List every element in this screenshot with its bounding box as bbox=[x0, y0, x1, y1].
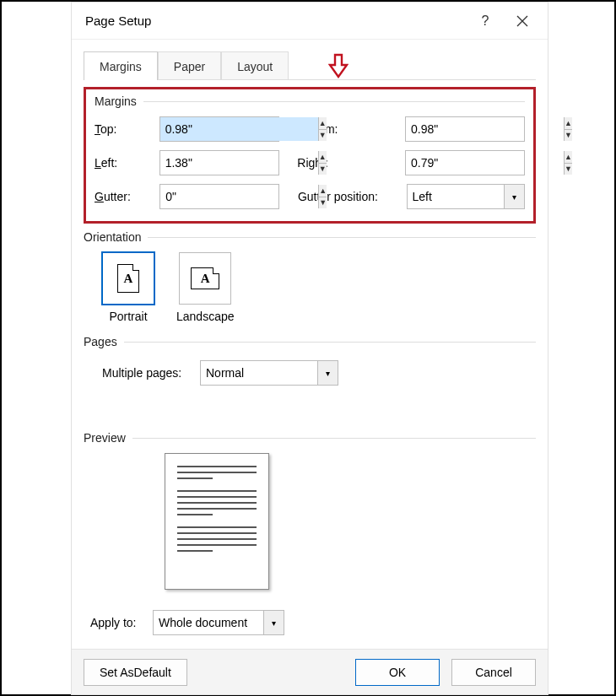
close-icon bbox=[516, 15, 528, 27]
gutter-label: Gutter: bbox=[95, 190, 159, 203]
page-setup-dialog: Page Setup ? Margins Paper Layout Margin… bbox=[71, 2, 548, 695]
tab-paper[interactable]: Paper bbox=[158, 51, 221, 80]
portrait-icon: A bbox=[102, 252, 154, 305]
tab-margins[interactable]: Margins bbox=[84, 51, 158, 80]
apply-to-value: Whole document bbox=[154, 616, 263, 629]
left-spinner[interactable]: ▲▼ bbox=[159, 150, 279, 175]
gutter-spinner[interactable]: ▲▼ bbox=[159, 184, 279, 209]
left-input[interactable] bbox=[160, 151, 318, 175]
spin-up-icon[interactable]: ▲ bbox=[319, 185, 327, 197]
tab-layout[interactable]: Layout bbox=[221, 51, 289, 80]
ok-button[interactable]: OK bbox=[355, 659, 440, 686]
top-label: Top: bbox=[95, 122, 159, 136]
multiple-pages-select[interactable]: Normal ▾ bbox=[200, 360, 338, 386]
top-input[interactable] bbox=[160, 117, 318, 141]
right-spinner[interactable]: ▲▼ bbox=[405, 150, 525, 175]
dialog-title: Page Setup bbox=[85, 13, 151, 28]
spin-up-icon[interactable]: ▲ bbox=[319, 117, 327, 130]
chevron-down-icon[interactable]: ▾ bbox=[504, 185, 524, 208]
tabs: Margins Paper Layout bbox=[84, 50, 536, 80]
spin-down-icon[interactable]: ▼ bbox=[319, 130, 327, 142]
spin-down-icon[interactable]: ▼ bbox=[319, 197, 327, 209]
annotation-arrow-icon bbox=[328, 53, 349, 81]
preview-group-title: Preview bbox=[84, 431, 126, 445]
close-button[interactable] bbox=[504, 3, 541, 40]
titlebar: Page Setup ? bbox=[72, 3, 548, 40]
top-spinner[interactable]: ▲▼ bbox=[159, 116, 279, 142]
preview-page-icon bbox=[165, 453, 269, 590]
apply-to-select[interactable]: Whole document ▾ bbox=[153, 610, 284, 635]
margins-group-title: Margins bbox=[95, 94, 137, 108]
dialog-footer: Set As Default OK Cancel bbox=[72, 649, 548, 694]
orientation-portrait[interactable]: A Portrait bbox=[102, 252, 154, 323]
spin-up-icon[interactable]: ▲ bbox=[565, 117, 572, 130]
spin-down-icon[interactable]: ▼ bbox=[565, 164, 572, 175]
spin-down-icon[interactable]: ▼ bbox=[565, 130, 572, 142]
orientation-landscape[interactable]: A Landscape bbox=[176, 252, 235, 323]
bottom-spinner[interactable]: ▲▼ bbox=[405, 116, 525, 142]
bottom-input[interactable] bbox=[406, 117, 564, 141]
chevron-down-icon[interactable]: ▾ bbox=[263, 611, 284, 634]
spin-down-icon[interactable]: ▼ bbox=[319, 164, 327, 175]
chevron-down-icon[interactable]: ▾ bbox=[317, 361, 338, 385]
gutter-position-select[interactable]: Left ▾ bbox=[407, 184, 525, 209]
spin-up-icon[interactable]: ▲ bbox=[319, 151, 327, 164]
gutter-input[interactable] bbox=[160, 185, 318, 208]
right-input[interactable] bbox=[406, 151, 564, 175]
orientation-group-title: Orientation bbox=[84, 230, 141, 244]
margins-group-highlight: Margins Top: ▲▼ Bottom: ▲▼ Left: ▲▼ Righ bbox=[84, 87, 536, 224]
set-as-default-button[interactable]: Set As Default bbox=[84, 659, 187, 686]
gutter-position-value: Left bbox=[408, 190, 504, 203]
portrait-label: Portrait bbox=[109, 310, 147, 323]
apply-to-label: Apply to: bbox=[90, 616, 153, 629]
pages-group-title: Pages bbox=[84, 335, 117, 348]
multiple-pages-value: Normal bbox=[201, 366, 317, 380]
left-label: Left: bbox=[95, 156, 159, 170]
multiple-pages-label: Multiple pages: bbox=[102, 366, 200, 380]
landscape-label: Landscape bbox=[176, 310, 235, 323]
cancel-button[interactable]: Cancel bbox=[451, 659, 536, 686]
landscape-icon: A bbox=[179, 252, 231, 305]
spin-up-icon[interactable]: ▲ bbox=[565, 151, 572, 164]
help-button[interactable]: ? bbox=[467, 3, 504, 40]
